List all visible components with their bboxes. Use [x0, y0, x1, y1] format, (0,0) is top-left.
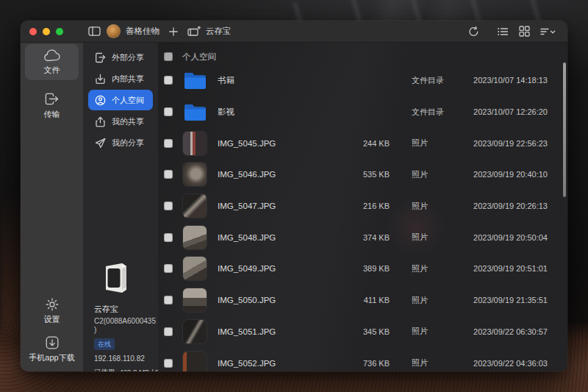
row-checkbox[interactable]	[164, 107, 173, 116]
row-checkbox[interactable]	[164, 233, 173, 242]
sidebar-item-my-shared[interactable]: 我的共享	[88, 111, 153, 132]
refresh-button[interactable]	[468, 26, 479, 37]
sort-options-button[interactable]	[540, 26, 556, 37]
sidebar-item-personal-space[interactable]: 个人空间	[88, 90, 153, 110]
row-checkbox[interactable]	[164, 202, 173, 210]
file-row[interactable]: IMG_5048.JPG 374 KB 照片 2023/09/19 20:50:…	[158, 221, 567, 253]
user-avatar[interactable]	[107, 24, 121, 38]
transfer-icon	[45, 93, 60, 106]
sidebar-item-internal-share[interactable]: 内部共享	[88, 68, 153, 89]
grid-view-button[interactable]	[519, 26, 530, 37]
paper-plane-icon	[95, 138, 106, 149]
file-row[interactable]: 书籍 文件目录 2023/10/07 14:18:13	[158, 65, 567, 96]
file-name: IMG_5045.JPG	[218, 139, 331, 148]
file-row[interactable]: IMG_5046.JPG 535 KB 照片 2023/09/19 20:40:…	[158, 159, 567, 190]
file-date: 2023/09/19 20:51:01	[456, 264, 548, 273]
file-type: 文件目录	[412, 75, 456, 86]
row-checkbox[interactable]	[164, 76, 173, 85]
file-row[interactable]: IMG_5049.JPG 389 KB 照片 2023/09/19 20:51:…	[158, 253, 567, 285]
nav-item-transfer[interactable]: 传输	[25, 88, 79, 124]
folder-icon	[184, 103, 207, 121]
file-type: 照片	[412, 201, 456, 212]
online-status-badge: 在线	[94, 338, 115, 350]
file-name: IMG_5050.JPG	[218, 296, 331, 304]
nav-item-label: 文件	[44, 65, 60, 76]
row-checkbox[interactable]	[164, 296, 173, 304]
toolbar-actions	[468, 26, 559, 37]
cloud-icon	[43, 49, 61, 62]
nav-sidebar-bottom: 设置 手机app下载	[21, 293, 83, 366]
row-checkbox[interactable]	[164, 139, 173, 148]
file-type: 照片	[412, 169, 456, 180]
file-size: 736 KB	[331, 359, 390, 368]
sidebar-item-my-share[interactable]: 我的分享	[88, 132, 153, 153]
file-row[interactable]: IMG_5045.JPG 244 KB 照片 2023/09/19 22:56:…	[158, 127, 567, 159]
file-type: 照片	[412, 357, 456, 368]
zoom-window-button[interactable]	[56, 28, 63, 35]
file-size: 345 KB	[331, 327, 390, 336]
sidebar-item-label: 外部分享	[112, 52, 144, 63]
file-row[interactable]: IMG_5050.JPG 411 KB 照片 2023/09/19 21:35:…	[158, 285, 567, 316]
file-date: 2023/09/22 06:30:57	[456, 327, 548, 336]
device-title[interactable]: 云存宝	[206, 26, 232, 37]
photo-thumbnail	[183, 194, 207, 218]
file-date: 2023/09/19 20:50:04	[456, 233, 548, 242]
select-all-checkbox[interactable]	[164, 52, 173, 61]
gear-icon	[46, 298, 59, 311]
nav-item-files[interactable]: 文件	[25, 44, 79, 80]
nav-item-label: 设置	[44, 314, 60, 325]
device-ip-address: 192.168.110.82	[94, 354, 157, 363]
sidebar-item-external-share[interactable]: 外部分享	[88, 47, 153, 68]
add-button[interactable]	[169, 27, 178, 36]
nav-item-settings[interactable]: 设置	[25, 295, 79, 327]
file-type: 照片	[412, 263, 456, 274]
file-date: 2023/09/19 22:56:23	[456, 139, 548, 148]
close-window-button[interactable]	[29, 28, 37, 35]
file-size: 411 KB	[331, 296, 390, 304]
file-type: 照片	[412, 326, 456, 337]
file-row[interactable]: IMG_5047.JPG 216 KB 照片 2023/09/19 20:26:…	[158, 190, 567, 222]
sidebar-item-label: 我的共享	[112, 116, 144, 127]
file-name: 书籍	[218, 75, 331, 86]
file-name: IMG_5047.JPG	[218, 202, 331, 210]
sidebar-item-label: 个人空间	[112, 95, 144, 106]
row-checkbox[interactable]	[164, 327, 173, 336]
nav-item-label: 传输	[44, 109, 60, 120]
row-checkbox[interactable]	[164, 359, 173, 368]
photo-thumbnail	[183, 163, 207, 186]
account-name[interactable]: 善格佳物	[126, 26, 159, 37]
device-icon[interactable]	[187, 26, 201, 37]
list-header: 个人空间	[158, 49, 567, 65]
nav-item-label: 手机app下载	[29, 352, 74, 363]
box-upload-icon	[95, 116, 106, 127]
minimize-window-button[interactable]	[43, 28, 50, 35]
file-date: 2023/10/07 12:26:20	[456, 107, 548, 116]
file-size: 535 KB	[331, 170, 390, 179]
photo-thumbnail	[183, 132, 207, 155]
usage-label: 已使用	[94, 368, 115, 371]
window-body: 文件 传输 设置 手机app下载	[21, 43, 567, 371]
list-title: 个人空间	[182, 51, 216, 63]
file-row[interactable]: 影视 文件目录 2023/10/07 12:26:20	[158, 96, 567, 128]
file-row[interactable]: IMG_5051.JPG 345 KB 照片 2023/09/22 06:30:…	[158, 316, 567, 348]
nav-item-app-download[interactable]: 手机app下载	[25, 333, 79, 366]
photo-thumbnail	[183, 352, 207, 371]
sidebar-item-label: 内部共享	[112, 74, 144, 85]
list-view-button[interactable]	[497, 26, 509, 37]
file-name: 影视	[218, 107, 331, 118]
file-name: IMG_5046.JPG	[218, 170, 331, 179]
sidebar-toggle-button[interactable]	[88, 26, 101, 37]
file-row[interactable]: IMG_5052.JPG 736 KB 照片 2023/09/22 04:36:…	[158, 347, 567, 371]
scrollbar-thumb[interactable]	[563, 63, 566, 197]
file-list-panel: 个人空间 书籍 文件目录 2023/10/07 14:18:13	[158, 43, 567, 371]
document-share-icon	[95, 52, 106, 63]
download-icon	[46, 336, 59, 349]
file-date: 2023/09/22 04:36:03	[456, 359, 548, 368]
row-checkbox[interactable]	[164, 170, 173, 179]
row-checkbox[interactable]	[164, 264, 173, 273]
file-name: IMG_5049.JPG	[218, 264, 331, 273]
file-name: IMG_5048.JPG	[218, 233, 331, 242]
file-date: 2023/09/19 21:35:51	[456, 296, 548, 304]
device-info-panel: 云存宝 C2(0088A6000435) 在线 192.168.110.82 已…	[94, 262, 157, 371]
person-icon	[95, 95, 106, 106]
